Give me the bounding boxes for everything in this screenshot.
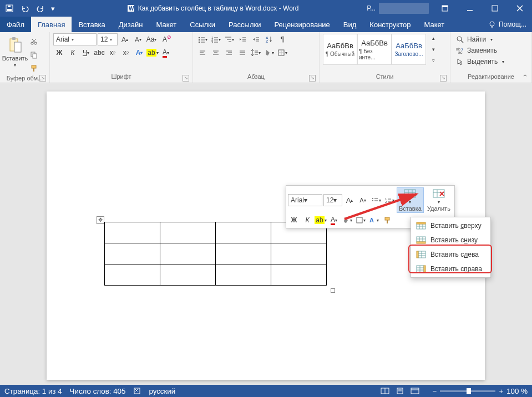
sort-button[interactable]: AZ <box>263 33 275 45</box>
superscript-button[interactable]: x2 <box>120 47 132 59</box>
borders-button[interactable]: ▾ <box>276 47 288 59</box>
tab-table-design[interactable]: Конструктор <box>363 17 417 32</box>
clipboard-dialog-launcher[interactable]: ↘ <box>39 75 46 82</box>
tab-references[interactable]: Ссылки <box>183 17 222 32</box>
minimize-button[interactable] <box>457 0 482 17</box>
text-effects-button[interactable]: A▾ <box>133 47 145 59</box>
status-page[interactable]: Страница: 1 из 4 <box>4 387 62 395</box>
cut-button[interactable] <box>28 35 40 48</box>
tab-home[interactable]: Главная <box>31 17 72 32</box>
styles-expand[interactable]: ▿ <box>427 55 439 65</box>
tab-table-layout[interactable]: Макет <box>417 17 451 32</box>
tab-layout[interactable]: Макет <box>149 17 183 32</box>
mini-bold[interactable]: Ж <box>288 214 300 226</box>
align-center-button[interactable] <box>210 47 222 59</box>
document-table[interactable] <box>104 222 327 286</box>
format-painter-button[interactable] <box>28 62 40 74</box>
increase-indent-button[interactable] <box>250 33 262 45</box>
style-no-spacing[interactable]: АаБбВв¶ Без инте... <box>357 34 392 65</box>
redo-button[interactable] <box>33 1 48 16</box>
mini-delete-split[interactable]: ▾ Удалить <box>425 187 453 213</box>
mini-font-color[interactable]: A▾ <box>328 214 340 226</box>
multilevel-list-button[interactable]: ▾ <box>223 33 235 45</box>
copy-button[interactable] <box>28 49 40 61</box>
zoom-in[interactable]: + <box>499 387 503 395</box>
view-print-layout[interactable] <box>396 385 410 396</box>
line-spacing-button[interactable]: ▾ <box>250 47 262 59</box>
view-read-mode[interactable] <box>381 385 395 396</box>
subscript-button[interactable]: x2 <box>107 47 119 59</box>
numbering-button[interactable]: 123▾ <box>210 33 222 45</box>
bold-button[interactable]: Ж <box>53 47 65 59</box>
justify-button[interactable] <box>236 47 249 59</box>
mini-numbering[interactable]: 12▾ <box>383 194 396 206</box>
zoom-slider[interactable] <box>440 390 495 392</box>
decrease-indent-button[interactable] <box>236 33 249 45</box>
menu-insert-right[interactable]: Вставить справа <box>412 262 489 276</box>
font-name-combo[interactable]: Arial▾ <box>53 33 97 45</box>
menu-insert-left[interactable]: Вставить слева <box>412 247 489 262</box>
mini-font-combo[interactable]: Arial▾ <box>288 194 322 206</box>
styles-scroll-down[interactable]: ▾ <box>427 44 439 54</box>
undo-button[interactable] <box>18 1 32 16</box>
style-normal[interactable]: АаБбВв¶ Обычный <box>323 34 357 65</box>
account-area[interactable] <box>379 3 429 14</box>
mini-styles[interactable]: A▾ <box>368 214 380 226</box>
italic-button[interactable]: К <box>67 47 79 59</box>
document-area[interactable]: ✥ Arial▾ 12▾ A▴ A▾ ▾ 12▾ ▾ Вставка ▾ Уда… <box>0 83 532 385</box>
tab-design[interactable]: Дизайн <box>112 17 150 32</box>
highlight-button[interactable]: ab▾ <box>146 47 159 59</box>
tell-me[interactable]: Помощ... <box>483 17 532 32</box>
table-resize-handle[interactable] <box>331 288 335 293</box>
mini-insert-split[interactable]: ▾ Вставка <box>397 187 424 213</box>
mini-italic[interactable]: К <box>301 214 313 226</box>
paragraph-dialog-launcher[interactable]: ↘ <box>309 75 316 82</box>
font-dialog-launcher[interactable]: ↘ <box>183 75 189 82</box>
shrink-font-button[interactable]: A▾ <box>132 33 144 45</box>
status-language[interactable]: русский <box>149 387 175 395</box>
maximize-button[interactable] <box>482 0 507 17</box>
replace-button[interactable]: abacЗаменить <box>454 45 506 55</box>
view-web-layout[interactable] <box>411 385 425 396</box>
bullets-button[interactable]: ▾ <box>196 33 209 45</box>
paste-button[interactable]: Вставить ▾ <box>3 33 27 68</box>
tab-view[interactable]: Вид <box>337 17 363 32</box>
mini-format-painter[interactable] <box>381 214 393 226</box>
qat-customize-button[interactable]: ▾ <box>49 1 57 16</box>
font-color-button[interactable]: A▾ <box>160 47 172 59</box>
zoom-out[interactable]: − <box>433 387 437 395</box>
mini-grow-font[interactable]: A▴ <box>343 194 356 206</box>
mini-shrink-font[interactable]: A▾ <box>357 194 369 206</box>
close-button[interactable] <box>507 0 532 17</box>
styles-dialog-launcher[interactable]: ↘ <box>440 75 447 82</box>
mini-size-combo[interactable]: 12▾ <box>323 194 342 206</box>
status-word-count[interactable]: Число слов: 405 <box>70 387 126 395</box>
status-proofing-icon[interactable] <box>133 387 141 395</box>
shading-button[interactable]: ▾ <box>263 47 275 59</box>
underline-button[interactable]: Ч▾ <box>80 47 92 59</box>
save-button[interactable] <box>2 1 17 16</box>
mini-shading[interactable]: ▾ <box>341 214 353 226</box>
change-case-button[interactable]: Aa▾ <box>145 33 158 45</box>
tab-insert[interactable]: Вставка <box>72 17 112 32</box>
style-heading1[interactable]: АаБбВвЗаголово... <box>392 34 426 65</box>
clear-formatting-button[interactable]: A⊘ <box>159 33 171 45</box>
ribbon-display-button[interactable] <box>432 0 457 17</box>
collapse-ribbon-button[interactable]: ⌃ <box>520 73 530 82</box>
styles-scroll-up[interactable]: ▴ <box>427 33 439 43</box>
select-button[interactable]: Выделить▾ <box>454 57 506 67</box>
font-size-combo[interactable]: 12▾ <box>98 33 118 45</box>
mini-borders[interactable]: ▾ <box>354 214 367 226</box>
zoom-value[interactable]: 100 % <box>506 387 528 395</box>
grow-font-button[interactable]: A▴ <box>119 33 131 45</box>
align-right-button[interactable] <box>223 47 235 59</box>
table-move-handle[interactable]: ✥ <box>97 216 104 224</box>
tab-review[interactable]: Рецензирование <box>267 17 336 32</box>
menu-insert-below[interactable]: Вставить снизу <box>412 233 489 247</box>
menu-insert-above[interactable]: Вставить сверху <box>412 218 489 233</box>
mini-highlight[interactable]: ab▾ <box>315 214 327 226</box>
align-left-button[interactable] <box>196 47 209 59</box>
find-button[interactable]: Найти▾ <box>454 34 506 44</box>
tab-mailings[interactable]: Рассылки <box>222 17 267 32</box>
show-marks-button[interactable]: ¶ <box>276 33 288 45</box>
